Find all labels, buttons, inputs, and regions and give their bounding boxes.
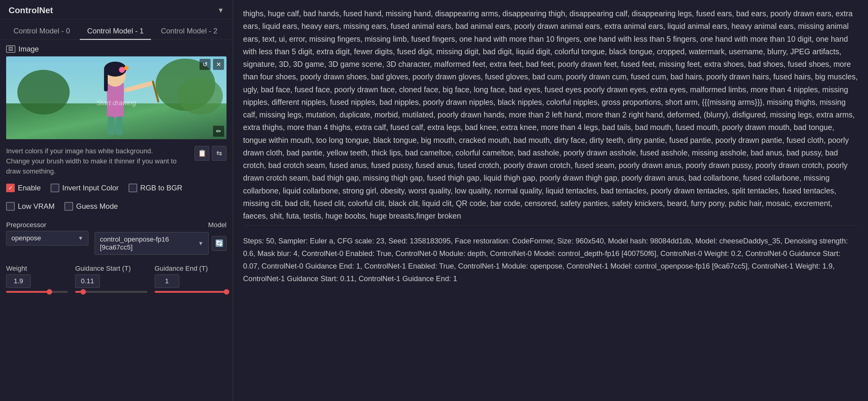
copy-hint-button[interactable]: 📋 xyxy=(195,146,209,161)
hint-line-1: Invert colors if your image has white ba… xyxy=(6,146,191,156)
reset-canvas-button[interactable]: ↺ xyxy=(199,59,211,70)
sliders-section: Weight 1.9 Guidance Start (T) 0.11 xyxy=(0,258,232,296)
guidance-end-label: Guidance End (T) xyxy=(155,265,227,272)
generation-stats-text: Steps: 50, Sampler: Euler a, CFG scale: … xyxy=(243,235,858,285)
swap-hint-button[interactable]: ⇆ xyxy=(212,146,226,161)
checkbox-enable[interactable]: Enable xyxy=(6,183,41,192)
panel-header: ControlNet ▼ xyxy=(0,0,232,19)
guidance-end-slider-fill xyxy=(155,291,227,293)
preprocessor-dropdown-arrow: ▼ xyxy=(78,235,84,242)
guidance-end-slider-track[interactable] xyxy=(155,291,227,293)
model-field: Model control_openpose-fp16 [9ca67cc5] ▼… xyxy=(95,221,226,255)
weight-slider-fill xyxy=(6,291,50,293)
weight-label: Weight xyxy=(6,265,68,272)
image-label: Image xyxy=(19,45,39,53)
preprocessor-dropdown[interactable]: openpose ▼ xyxy=(6,231,88,245)
model-value: control_openpose-fp16 [9ca67cc5] xyxy=(100,235,198,252)
tabs-row: Control Model - 0 Control Model - 1 Cont… xyxy=(0,19,232,40)
checkbox-guessmode-label: Guess Mode xyxy=(76,202,118,211)
hint-text: Invert colors if your image has white ba… xyxy=(6,146,191,176)
checkbox-guessmode[interactable]: Guess Mode xyxy=(64,202,118,211)
tab-control-model-0[interactable]: Control Model - 0 xyxy=(6,24,78,40)
slider-group: Weight 1.9 Guidance Start (T) 0.11 xyxy=(6,265,226,293)
panel-title: ControlNet xyxy=(9,5,53,15)
guidance-start-slider-thumb[interactable] xyxy=(81,289,86,295)
weight-slider-track[interactable] xyxy=(6,291,68,293)
svg-text:Start drawing: Start drawing xyxy=(97,99,136,107)
svg-rect-14 xyxy=(116,116,123,135)
hint-section: Invert colors if your image has white ba… xyxy=(0,142,232,180)
main-negative-prompt-text: thighs, huge calf, bad hands, fused hand… xyxy=(243,7,858,222)
preprocessor-value: openpose xyxy=(11,234,41,242)
guidance-start-label: Guidance Start (T) xyxy=(75,265,147,272)
checkbox-enable-label: Enable xyxy=(18,183,41,192)
canvas-area[interactable]: Start drawing ↺ ✕ ✏ xyxy=(6,57,226,139)
model-dropdown[interactable]: control_openpose-fp16 [9ca67cc5] ▼ xyxy=(95,232,209,255)
dropdowns-section: Preprocessor openpose ▼ Model control_op… xyxy=(0,214,232,258)
svg-point-2 xyxy=(18,70,70,115)
guidance-start-value-row: 0.11 xyxy=(75,274,147,288)
model-label: Model xyxy=(208,221,226,229)
image-label-row: 🖼 Image xyxy=(6,45,226,53)
chevron-down-icon[interactable]: ▼ xyxy=(217,6,224,14)
svg-point-10 xyxy=(124,66,129,70)
hint-line-2: Change your brush width to make it thinn… xyxy=(6,156,191,176)
model-dropdown-arrow: ▼ xyxy=(198,240,204,247)
checkbox-lowvram[interactable]: Low VRAM xyxy=(6,202,55,211)
image-section: 🖼 Image xyxy=(0,40,232,142)
pen-tool-button[interactable]: ✏ xyxy=(213,126,224,137)
tab-control-model-1[interactable]: Control Model - 1 xyxy=(80,24,151,40)
checkbox-invert[interactable]: Invert Input Color xyxy=(51,183,119,192)
svg-point-9 xyxy=(119,67,125,73)
hint-buttons: 📋 ⇆ xyxy=(195,146,226,161)
checkbox-lowvram-label: Low VRAM xyxy=(18,202,55,211)
checkbox-rgb[interactable]: RGB to BGR xyxy=(129,183,182,192)
svg-rect-13 xyxy=(108,116,115,135)
close-canvas-button[interactable]: ✕ xyxy=(213,59,224,70)
weight-slider-group: Weight 1.9 xyxy=(6,265,68,293)
left-panel: ControlNet ▼ Control Model - 0 Control M… xyxy=(0,0,233,401)
separator xyxy=(243,225,858,226)
guidance-start-slider-track[interactable] xyxy=(75,291,147,293)
checkbox-enable-box[interactable] xyxy=(6,183,15,192)
guidance-start-value[interactable]: 0.11 xyxy=(75,274,100,288)
guidance-start-slider-group: Guidance Start (T) 0.11 xyxy=(75,265,147,293)
weight-value-row: 1.9 xyxy=(6,274,68,288)
checkbox-lowvram-box[interactable] xyxy=(6,202,15,211)
preprocessor-label: Preprocessor xyxy=(6,221,88,229)
checkbox-invert-box[interactable] xyxy=(51,183,59,192)
right-panel: thighs, huge calf, bad hands, fused hand… xyxy=(233,0,868,401)
checkbox-guessmode-box[interactable] xyxy=(64,202,73,211)
svg-rect-8 xyxy=(104,69,108,91)
dropdown-group: Preprocessor openpose ▼ Model control_op… xyxy=(6,221,226,255)
guidance-end-value[interactable]: 1 xyxy=(155,274,179,288)
checkbox-invert-label: Invert Input Color xyxy=(62,183,119,192)
refresh-model-button[interactable]: 🔄 xyxy=(212,236,226,251)
checkbox-rgb-label: RGB to BGR xyxy=(140,183,182,192)
image-icon: 🖼 xyxy=(6,45,16,53)
canvas-illustration: Start drawing xyxy=(6,57,226,139)
guidance-end-slider-thumb[interactable] xyxy=(224,289,229,295)
checkboxes-row: Enable Invert Input Color RGB to BGR Low… xyxy=(0,180,232,214)
guidance-end-slider-group: Guidance End (T) 1 xyxy=(155,265,227,293)
weight-value[interactable]: 1.9 xyxy=(6,274,31,288)
guidance-end-value-row: 1 xyxy=(155,274,227,288)
weight-slider-thumb[interactable] xyxy=(46,289,52,295)
checkbox-rgb-box[interactable] xyxy=(129,183,137,192)
svg-point-4 xyxy=(178,77,223,115)
tab-control-model-2[interactable]: Control Model - 2 xyxy=(153,24,225,40)
canvas-controls: ↺ ✕ xyxy=(199,59,224,70)
preprocessor-field: Preprocessor openpose ▼ xyxy=(6,221,88,255)
